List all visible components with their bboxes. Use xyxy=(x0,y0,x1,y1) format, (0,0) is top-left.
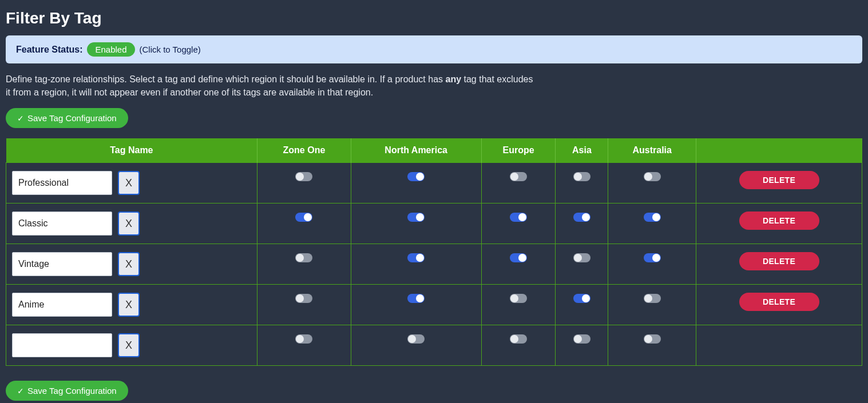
clear-tag-button[interactable]: X xyxy=(118,212,140,236)
table-row: XDELETE xyxy=(6,204,862,244)
toggle-knob xyxy=(652,254,660,262)
toggle-knob xyxy=(408,335,416,343)
toggle-knob xyxy=(296,173,304,181)
tag-name-input[interactable] xyxy=(12,252,112,276)
toggle-knob xyxy=(574,254,582,262)
col-australia: Australia xyxy=(608,138,696,163)
zone-toggle[interactable] xyxy=(407,213,425,222)
col-north-america: North America xyxy=(351,138,481,163)
save-tag-config-button-top[interactable]: ✓ Save Tag Configuration xyxy=(6,108,128,128)
col-zone-one: Zone One xyxy=(257,138,351,163)
zone-toggle[interactable] xyxy=(573,213,590,222)
toggle-knob xyxy=(574,335,582,343)
zone-toggle[interactable] xyxy=(407,253,425,262)
save-tag-config-button-bottom[interactable]: ✓ Save Tag Configuration xyxy=(6,381,128,401)
zone-toggle[interactable] xyxy=(295,172,312,181)
page-description: Define tag-zone relationships. Select a … xyxy=(6,73,538,99)
toggle-knob xyxy=(574,173,582,181)
feature-status-bar[interactable]: Feature Status: Enabled (Click to Toggle… xyxy=(6,35,862,63)
zone-toggle[interactable] xyxy=(407,294,425,303)
save-button-label: Save Tag Configuration xyxy=(27,386,117,396)
table-row: XDELETE xyxy=(6,285,862,325)
zone-toggle[interactable] xyxy=(295,253,312,262)
feature-status-pill[interactable]: Enabled xyxy=(87,42,134,57)
tag-name-input[interactable] xyxy=(12,212,112,236)
delete-tag-button[interactable]: DELETE xyxy=(739,252,819,270)
save-button-label: Save Tag Configuration xyxy=(27,113,117,123)
tag-name-input[interactable] xyxy=(12,171,112,195)
zone-toggle[interactable] xyxy=(644,294,661,303)
toggle-knob xyxy=(416,254,424,262)
zone-toggle[interactable] xyxy=(644,334,661,344)
toggle-knob xyxy=(644,294,652,302)
toggle-knob xyxy=(416,173,424,181)
toggle-knob xyxy=(644,173,652,181)
col-asia: Asia xyxy=(556,138,608,163)
toggle-knob xyxy=(510,335,518,343)
zone-toggle[interactable] xyxy=(407,334,425,344)
clear-tag-button[interactable]: X xyxy=(118,333,140,357)
delete-tag-button[interactable]: DELETE xyxy=(739,293,819,311)
toggle-knob xyxy=(296,254,304,262)
zone-toggle[interactable] xyxy=(510,253,527,262)
toggle-knob xyxy=(510,173,518,181)
zone-toggle[interactable] xyxy=(295,294,312,303)
toggle-knob xyxy=(510,294,518,302)
zone-toggle[interactable] xyxy=(510,172,527,181)
page-title: Filter By Tag xyxy=(6,9,862,27)
zone-toggle[interactable] xyxy=(573,294,590,303)
table-row: X xyxy=(6,325,862,366)
toggle-knob xyxy=(518,213,526,221)
zone-toggle[interactable] xyxy=(573,172,590,181)
zone-toggle[interactable] xyxy=(510,334,527,344)
toggle-knob xyxy=(582,213,590,221)
zone-toggle[interactable] xyxy=(295,334,312,344)
zone-toggle[interactable] xyxy=(644,253,661,262)
col-europe: Europe xyxy=(481,138,556,163)
toggle-knob xyxy=(416,294,424,302)
col-actions xyxy=(696,138,862,163)
delete-tag-button[interactable]: DELETE xyxy=(739,212,819,230)
delete-tag-button[interactable]: DELETE xyxy=(739,171,819,189)
tag-name-input[interactable] xyxy=(12,293,112,317)
clear-tag-button[interactable]: X xyxy=(118,171,140,195)
tag-zone-table: Tag Name Zone One North America Europe A… xyxy=(6,138,862,366)
zone-toggle[interactable] xyxy=(407,172,425,181)
clear-tag-button[interactable]: X xyxy=(118,293,140,317)
zone-toggle[interactable] xyxy=(644,213,661,222)
toggle-knob xyxy=(296,294,304,302)
toggle-knob xyxy=(582,294,590,302)
zone-toggle[interactable] xyxy=(510,294,527,303)
toggle-knob xyxy=(416,213,424,221)
clear-tag-button[interactable]: X xyxy=(118,252,140,276)
zone-toggle[interactable] xyxy=(510,213,527,222)
zone-toggle[interactable] xyxy=(573,334,590,344)
toggle-knob xyxy=(296,335,304,343)
col-tag-name: Tag Name xyxy=(6,138,257,163)
table-row: XDELETE xyxy=(6,244,862,285)
check-icon: ✓ xyxy=(17,114,24,123)
feature-status-label: Feature Status: xyxy=(16,45,82,55)
zone-toggle[interactable] xyxy=(644,172,661,181)
feature-status-hint: (Click to Toggle) xyxy=(140,45,201,54)
zone-toggle[interactable] xyxy=(295,213,312,222)
tag-name-input[interactable] xyxy=(12,333,112,357)
toggle-knob xyxy=(304,213,312,221)
table-row: XDELETE xyxy=(6,163,862,204)
toggle-knob xyxy=(652,213,660,221)
zone-toggle[interactable] xyxy=(573,253,590,262)
toggle-knob xyxy=(518,254,526,262)
toggle-knob xyxy=(644,335,652,343)
check-icon: ✓ xyxy=(17,386,24,396)
